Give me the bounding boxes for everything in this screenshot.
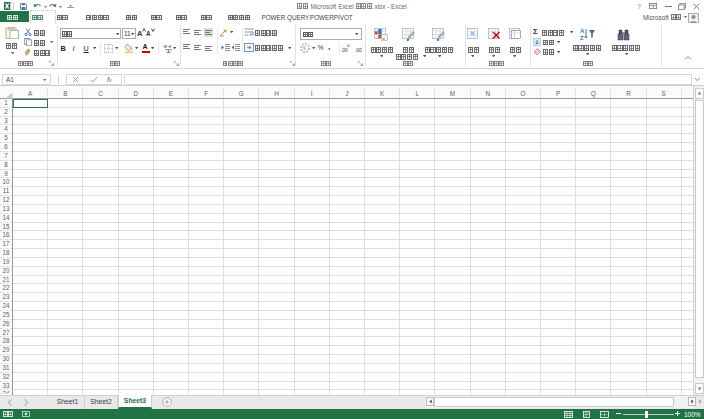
svg-text:.00: .00 [355, 48, 362, 52]
svg-text:.0: .0 [346, 43, 350, 48]
svg-text:$: $ [303, 44, 307, 51]
svg-text:w: w [163, 43, 167, 49]
svg-text:.00: .00 [341, 48, 348, 52]
svg-text:e: e [168, 43, 171, 49]
svg-text:A: A [580, 28, 585, 34]
svg-text:Z: Z [580, 35, 584, 41]
